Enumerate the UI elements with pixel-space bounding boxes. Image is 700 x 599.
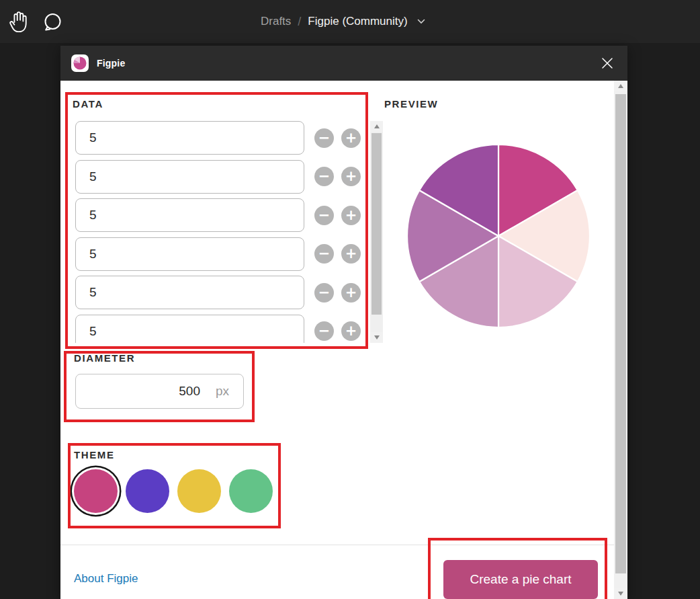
hand-tool-button[interactable] [5, 9, 32, 36]
triangle-down-icon [374, 335, 380, 340]
breadcrumb-file-name[interactable]: Figpie (Community) [308, 15, 407, 28]
data-value-input[interactable] [75, 160, 304, 194]
theme-swatch-purple[interactable] [126, 469, 169, 513]
increment-button[interactable]: + [341, 321, 361, 341]
scroll-up-button[interactable] [370, 121, 383, 132]
scroll-down-button[interactable] [614, 588, 627, 599]
scrollbar-thumb[interactable] [615, 94, 626, 573]
scrollbar-thumb[interactable] [371, 133, 382, 315]
data-rows: − + − + − + − + − + − + [75, 121, 374, 343]
theme-swatch-pink[interactable] [74, 469, 118, 513]
figma-toolbar: Drafts / Figpie (Community) [0, 0, 700, 43]
data-row: − + [75, 121, 374, 155]
breadcrumb: Drafts / Figpie (Community) [261, 0, 425, 43]
comment-icon [42, 12, 62, 32]
data-value-input[interactable] [75, 237, 304, 271]
triangle-up-icon [618, 84, 623, 88]
breadcrumb-folder[interactable]: Drafts [261, 15, 291, 28]
data-value-input[interactable] [75, 276, 304, 309]
figpie-logo-icon [71, 54, 89, 72]
comment-tool-button[interactable] [39, 9, 66, 36]
data-value-input[interactable] [75, 121, 304, 155]
data-row: − + [75, 160, 374, 194]
increment-button[interactable]: + [341, 167, 361, 186]
plugin-window-scrollbar[interactable] [614, 81, 627, 599]
chevron-down-icon[interactable] [417, 19, 425, 24]
scroll-up-button[interactable] [614, 81, 627, 91]
theme-swatch-green[interactable] [229, 469, 273, 513]
diameter-section-label: DIAMETER [74, 352, 135, 364]
decrement-button[interactable]: − [314, 321, 334, 341]
decrement-button[interactable]: − [314, 244, 334, 264]
data-list-scrollbar[interactable] [370, 121, 383, 343]
plugin-content: DATA PREVIEW − + − + − + − + − + − + DIA… [60, 81, 614, 599]
about-figpie-link[interactable]: About Figpie [74, 572, 138, 586]
scroll-down-button[interactable] [370, 332, 383, 343]
increment-button[interactable]: + [341, 206, 361, 225]
decrement-button[interactable]: − [314, 167, 334, 186]
theme-swatch-yellow[interactable] [177, 469, 221, 513]
increment-button[interactable]: + [341, 128, 361, 148]
increment-button[interactable]: + [341, 244, 361, 264]
triangle-down-icon [618, 592, 623, 596]
close-icon[interactable] [598, 54, 617, 73]
data-row: − + [75, 315, 374, 343]
footer-divider [60, 545, 614, 545]
diameter-field: px [75, 374, 244, 409]
data-row: − + [75, 198, 374, 232]
data-row: − + [75, 237, 374, 271]
create-pie-chart-button[interactable]: Create a pie chart [443, 560, 598, 599]
data-section-label: DATA [73, 98, 103, 110]
decrement-button[interactable]: − [314, 206, 334, 225]
data-row: − + [75, 276, 374, 309]
preview-section-label: PREVIEW [384, 98, 438, 110]
data-value-input[interactable] [75, 315, 304, 343]
increment-button[interactable]: + [341, 283, 361, 303]
breadcrumb-separator: / [298, 15, 301, 29]
plugin-title: Figpie [97, 58, 125, 69]
plugin-header: Figpie [60, 46, 627, 81]
hand-icon [8, 10, 30, 34]
diameter-unit-label: px [216, 384, 229, 399]
figpie-plugin-window: Figpie DATA PREVIEW − + − + − + − + − + … [60, 46, 627, 599]
theme-section-label: THEME [74, 449, 115, 461]
triangle-up-icon [374, 124, 380, 128]
decrement-button[interactable]: − [314, 128, 334, 148]
decrement-button[interactable]: − [314, 283, 334, 303]
theme-swatches [74, 469, 273, 513]
pie-chart-preview [405, 143, 592, 329]
data-value-input[interactable] [75, 198, 304, 232]
